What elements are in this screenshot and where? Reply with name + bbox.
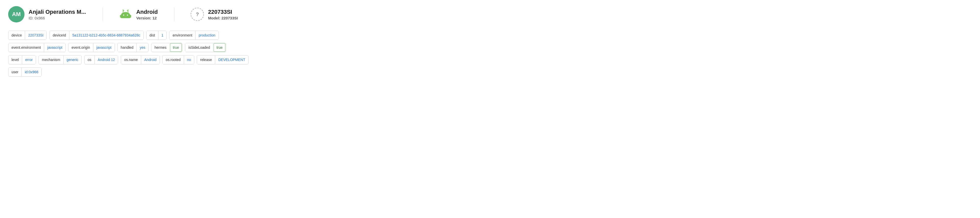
version-value: 12 (152, 16, 157, 20)
id-label: ID: (29, 16, 33, 20)
tag-key: hermes (151, 43, 169, 52)
model-sub: Model: 220733SI (208, 16, 238, 20)
tag-item[interactable]: device220733SI (8, 31, 47, 40)
tag-value: 5a131122-b212-4b5c-8834-6887934a628c (69, 31, 143, 40)
tags-row-2: levelerrormechanismgenericosAndroid 12os… (8, 55, 972, 64)
model-block: ? 220733SI Model: 220733SI (191, 8, 238, 21)
tag-value: DEVELOPMENT (215, 56, 248, 64)
tag-key: mechanism (39, 56, 63, 64)
tag-value: true (170, 43, 182, 52)
tag-item[interactable]: releaseDEVELOPMENT (197, 55, 248, 64)
platform-info: Android Version: 12 (136, 9, 158, 20)
tag-key: event.origin (68, 43, 93, 52)
user-info: Anjali Operations M... ID: 0x966 (29, 9, 86, 20)
tag-key: user (8, 68, 21, 76)
svg-point-3 (127, 14, 128, 16)
tag-key: isSideLoaded (185, 43, 213, 52)
tag-key: level (8, 56, 22, 64)
android-icon (119, 8, 132, 21)
user-name: Anjali Operations M... (29, 9, 86, 15)
tag-key: handled (118, 43, 137, 52)
user-avatar: AM (8, 6, 24, 22)
model-value: 220733SI (221, 16, 238, 20)
tag-value: true (213, 43, 225, 52)
header-section: AM Anjali Operations M... ID: 0x966 Andr… (8, 6, 972, 22)
tag-value: production (195, 31, 218, 40)
tag-item[interactable]: os.nameAndroid (121, 55, 160, 64)
tag-value: javascript (93, 43, 115, 52)
tag-value: yes (137, 43, 148, 52)
user-identity-block: AM Anjali Operations M... ID: 0x966 (8, 6, 86, 22)
tag-value: 1 (158, 31, 167, 40)
tag-value: error (22, 56, 36, 64)
svg-rect-0 (120, 15, 121, 18)
tag-item[interactable]: osAndroid 12 (84, 55, 118, 64)
svg-point-2 (123, 14, 124, 16)
tag-key: os.rooted (162, 56, 183, 64)
tag-item[interactable]: event.originjavascript (68, 43, 115, 52)
tag-key: os (84, 56, 94, 64)
tag-value: Android (141, 56, 159, 64)
divider-1 (102, 7, 103, 21)
tag-key: os.name (121, 56, 141, 64)
tag-value: Android 12 (94, 56, 118, 64)
tag-item[interactable]: event.environmentjavascript (8, 43, 65, 52)
model-icon: ? (191, 8, 204, 21)
platform-block: Android Version: 12 (119, 8, 158, 21)
tag-item[interactable]: isSideLoadedtrue (185, 43, 226, 52)
model-info: 220733SI Model: 220733SI (208, 9, 238, 20)
tag-item[interactable]: environmentproduction (169, 31, 218, 40)
svg-point-6 (123, 10, 124, 11)
tag-item[interactable]: mechanismgeneric (38, 55, 82, 64)
user-id: ID: 0x966 (29, 16, 86, 20)
tag-item[interactable]: deviceId5a131122-b212-4b5c-8834-6887934a… (49, 31, 143, 40)
tag-key: release (197, 56, 215, 64)
tag-value: javascript (44, 43, 65, 52)
tag-item[interactable]: levelerror (8, 55, 36, 64)
version-label: Version: (136, 16, 151, 20)
tag-value: generic (63, 56, 81, 64)
tag-item[interactable]: os.rootedno (162, 55, 194, 64)
tag-item[interactable]: userid:0x966 (8, 67, 41, 76)
tag-value: no (184, 56, 194, 64)
tag-item[interactable]: dist1 (146, 31, 167, 40)
platform-name: Android (136, 9, 158, 15)
tag-key: dist (146, 31, 158, 40)
tag-item[interactable]: hermestrue (151, 43, 183, 52)
svg-rect-1 (130, 15, 131, 18)
tags-section: device220733SIdeviceId5a131122-b212-4b5c… (8, 31, 972, 76)
tags-row-1: event.environmentjavascriptevent.originj… (8, 43, 972, 52)
tag-key: deviceId (49, 31, 69, 40)
tag-value: id:0x966 (21, 68, 41, 76)
platform-version: Version: 12 (136, 16, 158, 20)
tags-row-3: userid:0x966 (8, 67, 972, 76)
tag-key: device (8, 31, 25, 40)
tag-key: event.environment (8, 43, 44, 52)
id-value: 0x966 (35, 16, 45, 20)
tags-row-0: device220733SIdeviceId5a131122-b212-4b5c… (8, 31, 972, 40)
tag-value: 220733SI (25, 31, 46, 40)
svg-point-7 (127, 10, 129, 11)
model-label: Model: (208, 16, 220, 20)
tag-key: environment (169, 31, 195, 40)
model-name: 220733SI (208, 9, 238, 15)
tag-item[interactable]: handledyes (118, 43, 149, 52)
